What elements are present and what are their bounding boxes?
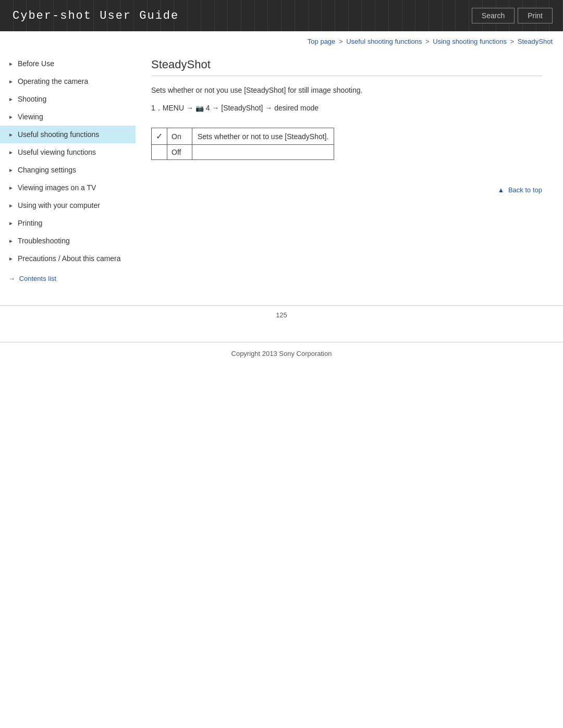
step-instruction: 1．MENU → 📷 4 → [SteadyShot] → desired mo… bbox=[151, 102, 542, 114]
option-desc-off bbox=[192, 145, 203, 159]
sidebar: ► Before Use ► Operating the camera ► Sh… bbox=[0, 50, 136, 295]
chevron-icon: ► bbox=[8, 61, 14, 67]
footer: Copyright 2013 Sony Corporation bbox=[0, 342, 563, 365]
sidebar-item-viewing[interactable]: ► Viewing bbox=[0, 108, 136, 126]
chevron-icon: ► bbox=[8, 220, 14, 226]
sidebar-item-useful-shooting[interactable]: ► Useful shooting functions bbox=[0, 126, 136, 143]
page-number: 125 bbox=[0, 306, 563, 321]
breadcrumb-top[interactable]: Top page bbox=[308, 38, 336, 45]
options-table: ✓ On Sets whether or not to use [SteadyS… bbox=[151, 128, 334, 160]
sidebar-item-label: Troubleshooting bbox=[18, 237, 129, 245]
sidebar-item-label: Viewing bbox=[18, 113, 129, 121]
sidebar-item-viewing-tv[interactable]: ► Viewing images on a TV bbox=[0, 179, 136, 196]
sidebar-item-useful-viewing[interactable]: ► Useful viewing functions bbox=[0, 143, 136, 161]
chevron-icon: ► bbox=[8, 114, 14, 120]
content-description: Sets whether or not you use [SteadyShot]… bbox=[151, 84, 542, 96]
sidebar-item-label: Precautions / About this camera bbox=[18, 254, 129, 263]
chevron-icon: ► bbox=[8, 96, 14, 102]
checkmark-icon: ✓ bbox=[156, 131, 163, 141]
option-desc-on: Sets whether or not to use [SteadyShot]. bbox=[192, 128, 334, 144]
breadcrumb: Top page > Useful shooting functions > U… bbox=[0, 31, 563, 50]
sidebar-item-label: Useful viewing functions bbox=[18, 148, 129, 156]
sidebar-item-shooting[interactable]: ► Shooting bbox=[0, 90, 136, 108]
main-layout: ► Before Use ► Operating the camera ► Sh… bbox=[0, 50, 563, 305]
chevron-icon: ► bbox=[8, 132, 14, 138]
sidebar-item-label: Useful shooting functions bbox=[18, 130, 129, 139]
step-rest: 4 → [SteadyShot] → desired mode bbox=[206, 104, 319, 112]
breadcrumb-using-shooting[interactable]: Using shooting functions bbox=[433, 38, 507, 45]
site-title: Cyber-shot User Guide bbox=[0, 9, 472, 22]
sidebar-item-label: Viewing images on a TV bbox=[18, 183, 129, 192]
back-to-top: ▲ Back to top bbox=[151, 186, 542, 194]
chevron-icon: ► bbox=[8, 79, 14, 84]
search-button[interactable]: Search bbox=[472, 8, 515, 23]
sidebar-item-label: Before Use bbox=[18, 59, 129, 68]
chevron-icon: ► bbox=[8, 238, 14, 244]
option-check-on: ✓ bbox=[152, 128, 167, 144]
sidebar-item-label: Shooting bbox=[18, 95, 129, 103]
chevron-icon: ► bbox=[8, 256, 14, 262]
sidebar-item-label: Printing bbox=[18, 219, 129, 227]
sidebar-item-precautions[interactable]: ► Precautions / About this camera bbox=[0, 250, 136, 267]
contents-list-link-container: → Contents list bbox=[0, 267, 136, 285]
copyright-text: Copyright 2013 Sony Corporation bbox=[231, 350, 332, 357]
option-label-off: Off bbox=[167, 145, 192, 159]
chevron-icon: ► bbox=[8, 185, 14, 191]
arrow-right-icon: → bbox=[8, 275, 15, 282]
breadcrumb-steadyshot[interactable]: SteadyShot bbox=[518, 38, 553, 45]
sidebar-item-changing-settings[interactable]: ► Changing settings bbox=[0, 161, 136, 179]
sidebar-item-operating[interactable]: ► Operating the camera bbox=[0, 72, 136, 90]
chevron-icon: ► bbox=[8, 150, 14, 155]
breadcrumb-useful-shooting[interactable]: Useful shooting functions bbox=[346, 38, 422, 45]
sidebar-item-before-use[interactable]: ► Before Use bbox=[0, 55, 136, 72]
sidebar-item-computer[interactable]: ► Using with your computer bbox=[0, 196, 136, 214]
sidebar-item-printing[interactable]: ► Printing bbox=[0, 214, 136, 232]
table-row: ✓ On Sets whether or not to use [SteadyS… bbox=[152, 128, 334, 145]
page-title: SteadyShot bbox=[151, 58, 542, 76]
contents-list-link[interactable]: Contents list bbox=[19, 275, 57, 282]
sidebar-item-troubleshooting[interactable]: ► Troubleshooting bbox=[0, 232, 136, 250]
step-text: 1．MENU → bbox=[151, 104, 195, 112]
triangle-up-icon: ▲ bbox=[497, 186, 504, 194]
chevron-icon: ► bbox=[8, 167, 14, 173]
sidebar-item-label: Using with your computer bbox=[18, 201, 129, 209]
main-content: SteadyShot Sets whether or not you use [… bbox=[136, 50, 563, 204]
sidebar-item-label: Operating the camera bbox=[18, 77, 129, 85]
option-label-on: On bbox=[167, 128, 192, 144]
sidebar-item-label: Changing settings bbox=[18, 166, 129, 174]
back-to-top-label: Back to top bbox=[508, 186, 542, 194]
print-button[interactable]: Print bbox=[518, 8, 553, 23]
header: Cyber-shot User Guide Search Print bbox=[0, 0, 563, 31]
chevron-icon: ► bbox=[8, 203, 14, 208]
header-buttons: Search Print bbox=[472, 8, 563, 23]
option-check-off bbox=[152, 145, 167, 159]
table-row: Off bbox=[152, 145, 334, 159]
back-to-top-link[interactable]: ▲ Back to top bbox=[497, 186, 542, 194]
camera-icon: 📷 bbox=[195, 104, 204, 112]
